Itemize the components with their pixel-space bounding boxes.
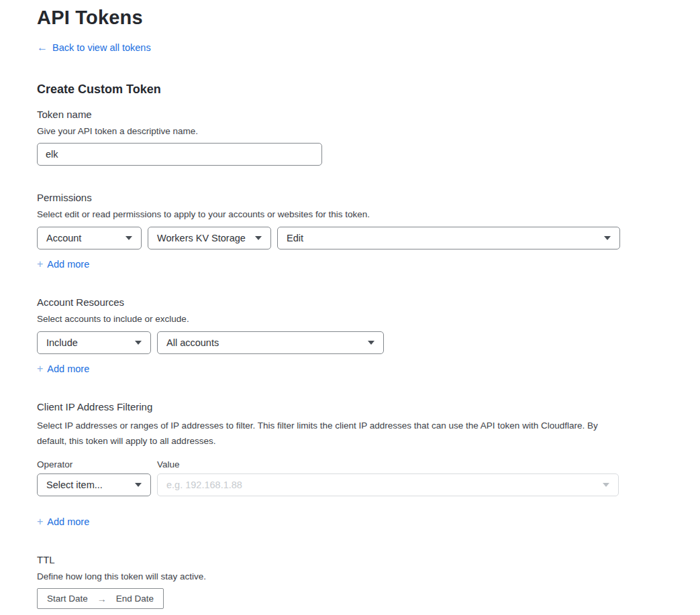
- token-name-label: Token name: [37, 109, 663, 121]
- plus-icon: +: [37, 517, 43, 526]
- ip-value-combobox[interactable]: [157, 473, 619, 496]
- plus-icon: +: [37, 260, 43, 269]
- ttl-date-range-picker[interactable]: Start Date → End Date: [37, 588, 164, 609]
- chevron-down-icon: [255, 236, 262, 240]
- end-date-field[interactable]: End Date: [116, 594, 154, 604]
- page-title: API Tokens: [37, 7, 663, 28]
- permission-resource-value: Workers KV Storage: [157, 233, 246, 243]
- ip-field-labels-row: Operator Value: [37, 459, 663, 469]
- ip-operator-select[interactable]: Select item...: [37, 473, 151, 496]
- chevron-down-icon: [135, 341, 142, 345]
- chevron-down-icon: [368, 341, 374, 345]
- permissions-row: Account Workers KV Storage Edit: [37, 227, 663, 249]
- ip-filtering-label: Client IP Address Filtering: [37, 401, 663, 413]
- account-resources-label: Account Resources: [37, 296, 663, 309]
- chevron-down-icon: [604, 236, 611, 240]
- arrow-right-icon: →: [97, 594, 107, 604]
- ttl-section: TTL Define how long this token will stay…: [37, 554, 663, 609]
- add-account-resource-link[interactable]: + Add more: [37, 364, 89, 374]
- ttl-label: TTL: [37, 554, 663, 566]
- account-resources-row: Include All accounts: [37, 331, 663, 354]
- add-permission-link[interactable]: + Add more: [37, 259, 89, 270]
- account-list-value: All accounts: [166, 337, 219, 348]
- token-name-help: Give your API token a descriptive name.: [37, 125, 663, 137]
- add-ip-filter-link[interactable]: + Add more: [37, 516, 89, 527]
- back-to-tokens-link[interactable]: ← Back to view all tokens: [37, 42, 151, 53]
- permission-resource-select[interactable]: Workers KV Storage: [148, 227, 271, 249]
- account-resources-help: Select accounts to include or exclude.: [37, 313, 663, 325]
- ip-operator-label: Operator: [37, 459, 151, 469]
- add-account-resource-label: Add more: [47, 364, 89, 374]
- ip-value-label: Value: [157, 459, 180, 469]
- account-include-value: Include: [46, 337, 78, 348]
- chevron-down-icon: [603, 483, 609, 487]
- plus-icon: +: [37, 364, 43, 374]
- chevron-down-icon: [126, 236, 132, 240]
- add-permission-label: Add more: [47, 259, 89, 270]
- permissions-section: Permissions Select edit or read permissi…: [37, 192, 663, 270]
- back-arrow-icon: ←: [37, 43, 48, 52]
- account-include-select[interactable]: Include: [37, 331, 151, 354]
- account-resources-section: Account Resources Select accounts to inc…: [37, 296, 663, 375]
- account-list-select[interactable]: All accounts: [157, 331, 384, 354]
- token-name-input[interactable]: [37, 143, 322, 166]
- permissions-label: Permissions: [37, 192, 663, 204]
- permission-scope-select[interactable]: Account: [37, 227, 142, 249]
- permission-access-select[interactable]: Edit: [277, 227, 620, 249]
- ip-operator-value: Select item...: [46, 480, 103, 490]
- back-link-label: Back to view all tokens: [52, 42, 151, 53]
- api-tokens-page: API Tokens ← Back to view all tokens Cre…: [0, 0, 700, 609]
- chevron-down-icon: [135, 483, 142, 487]
- ip-filtering-section: Client IP Address Filtering Select IP ad…: [37, 401, 663, 528]
- ip-filtering-row: Select item...: [37, 473, 663, 496]
- ip-value-input[interactable]: [166, 474, 597, 496]
- add-ip-filter-label: Add more: [47, 516, 89, 527]
- permission-access-value: Edit: [287, 233, 303, 243]
- token-name-section: Token name Give your API token a descrip…: [37, 109, 663, 166]
- ip-filtering-help: Select IP addresses or ranges of IP addr…: [37, 418, 611, 449]
- create-custom-token-heading: Create Custom Token: [37, 82, 663, 96]
- start-date-field[interactable]: Start Date: [47, 594, 88, 604]
- permissions-help: Select edit or read permissions to apply…: [37, 209, 663, 220]
- permission-scope-value: Account: [46, 233, 81, 243]
- ttl-help: Define how long this token will stay act…: [37, 571, 663, 582]
